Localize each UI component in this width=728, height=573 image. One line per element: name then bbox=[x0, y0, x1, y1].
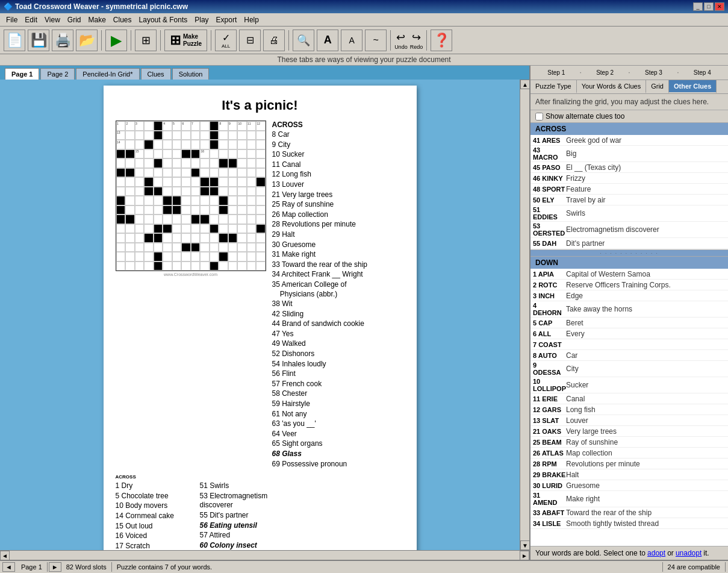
print2-button[interactable]: 🖨 bbox=[263, 30, 285, 51]
down-clue-row-1[interactable]: 1 APIA Capital of Western Samoa bbox=[530, 269, 728, 280]
down-clue-row-7[interactable]: 7 COAST bbox=[530, 339, 728, 350]
puzzle-scrollbar-v[interactable]: ▲ ▼ bbox=[520, 80, 529, 550]
menu-export[interactable]: Export bbox=[213, 14, 241, 25]
tab-penciled-grid[interactable]: Penciled-In Grid* bbox=[76, 68, 139, 80]
menu-grid[interactable]: Grid bbox=[64, 14, 85, 25]
step-1[interactable]: Step 1 bbox=[533, 68, 580, 77]
menu-make[interactable]: Make bbox=[85, 14, 110, 25]
word-slots-info: 82 Word slots bbox=[61, 562, 112, 572]
scroll-right[interactable]: ► bbox=[520, 551, 529, 560]
right-tabs: Puzzle Type Your Words & Clues Grid Othe… bbox=[530, 80, 728, 94]
help-button[interactable]: ❓ bbox=[431, 30, 452, 51]
menu-edit[interactable]: Edit bbox=[21, 14, 41, 25]
show-alt-row: Show alternate clues too bbox=[530, 110, 728, 123]
tab-page2[interactable]: Page 2 bbox=[40, 68, 75, 80]
make-puzzle-button[interactable]: ⊞ MakePuzzle bbox=[164, 30, 207, 51]
down-clues-list: 1 APIA Capital of Western Samoa 2 ROTC R… bbox=[530, 269, 728, 546]
next-page-button[interactable]: ► bbox=[49, 562, 61, 572]
scroll-up[interactable]: ▲ bbox=[520, 80, 529, 89]
across-clue-row-50[interactable]: 50 ELY Travel by air bbox=[530, 195, 728, 205]
down-clue-row-31[interactable]: 31 AMEND Make right bbox=[530, 491, 728, 507]
maximize-button[interactable]: □ bbox=[704, 2, 714, 11]
grid-view-button[interactable]: ⊟ bbox=[239, 30, 261, 51]
tab-grid[interactable]: Grid bbox=[646, 80, 669, 93]
step-4[interactable]: Step 4 bbox=[679, 68, 726, 77]
adopt-link[interactable]: adopt bbox=[647, 549, 665, 557]
zoom-button[interactable]: 🔍 bbox=[293, 30, 314, 51]
tab-your-words[interactable]: Your Words & Clues bbox=[577, 80, 646, 93]
tab-page1[interactable]: Page 1 bbox=[5, 68, 39, 80]
across-clue-row-55[interactable]: 55 DAH Dit's partner bbox=[530, 238, 728, 249]
menu-help[interactable]: Help bbox=[240, 14, 263, 25]
down-clue-row-34[interactable]: 34 LISLE Smooth tightly twisted thread bbox=[530, 518, 728, 529]
tab-puzzle-type[interactable]: Puzzle Type bbox=[530, 80, 577, 93]
across-clue-row-51[interactable]: 51 EDDIES Swirls bbox=[530, 205, 728, 222]
scroll-down[interactable]: ▼ bbox=[520, 540, 529, 550]
window-controls: _ □ ✕ bbox=[693, 2, 724, 11]
show-alt-checkbox[interactable] bbox=[535, 113, 543, 121]
menu-play[interactable]: Play bbox=[191, 14, 212, 25]
puzzle-title: It's a picnic! bbox=[116, 98, 405, 113]
down-clue-row-25[interactable]: 25 BEAM Ray of sunshine bbox=[530, 437, 728, 448]
across-clue-row-43[interactable]: 43 MACRO Big bbox=[530, 146, 728, 162]
down-clue-row-4[interactable]: 4 DEHORN Take away the horns bbox=[530, 301, 728, 318]
across-clue-row-45[interactable]: 45 PASO El __ (Texas city) bbox=[530, 162, 728, 173]
down-clue-row-2[interactable]: 2 ROTC Reserve Officers Training Corps. bbox=[530, 280, 728, 290]
tab-other-clues[interactable]: Other Clues bbox=[669, 80, 717, 93]
across-clue-row-41[interactable]: 41 ARES Greek god of war bbox=[530, 135, 728, 146]
font-wave-button[interactable]: ~ bbox=[365, 30, 387, 51]
close-button[interactable]: ✕ bbox=[715, 2, 724, 11]
font-a-button[interactable]: A bbox=[341, 30, 362, 51]
new-button[interactable]: 📄 bbox=[4, 30, 25, 51]
separator-3 bbox=[160, 30, 161, 51]
font-larger-button[interactable]: A bbox=[317, 30, 338, 51]
across-clue-row-53[interactable]: 53 OERSTED Electromagnetism discoverer bbox=[530, 222, 728, 238]
compatible-info: 24 are compatible bbox=[663, 562, 726, 572]
menu-layout[interactable]: Layout & Fonts bbox=[135, 14, 191, 25]
puzzle-scrollbar-h[interactable]: ◄ ► bbox=[0, 550, 529, 560]
down-clue-row-33[interactable]: 33 ABAFT Toward the rear of the ship bbox=[530, 507, 728, 518]
down-clue-row-10[interactable]: 10 LOLLIPOP Sucker bbox=[530, 377, 728, 393]
down-clue-row-28[interactable]: 28 RPM Revolutions per minute bbox=[530, 459, 728, 469]
down-header: DOWN bbox=[530, 257, 728, 269]
step-3[interactable]: Step 3 bbox=[630, 68, 677, 77]
print-button[interactable]: 🖨️ bbox=[52, 30, 73, 51]
grid-button[interactable]: ⊞ bbox=[135, 30, 157, 51]
open-button[interactable]: 📂 bbox=[76, 30, 98, 51]
toolbar: 📄 💾 🖨️ 📂 ▶ ⊞ ⊞ MakePuzzle ✓ALL ⊟ 🖨 🔍 A A… bbox=[0, 27, 728, 54]
prev-page-button[interactable]: ◄ bbox=[2, 562, 15, 572]
down-clue-row-29[interactable]: 29 BRAKE Halt bbox=[530, 469, 728, 480]
undo-button[interactable]: ↩ Undo bbox=[394, 31, 408, 50]
check-all-button[interactable]: ✓ALL bbox=[215, 30, 237, 51]
across-clue-row-48[interactable]: 48 SPORT Feature bbox=[530, 184, 728, 195]
down-clue-row-8[interactable]: 8 AUTO Car bbox=[530, 350, 728, 361]
clue-list-area: ACROSS 41 ARES Greek god of war 43 MACRO… bbox=[530, 123, 728, 546]
down-clue-row-21[interactable]: 21 OAKS Very large trees bbox=[530, 426, 728, 437]
unadopt-link[interactable]: unadopt bbox=[676, 549, 702, 557]
puzzle-main-area: Page 1 Page 2 Penciled-In Grid* Clues So… bbox=[0, 66, 529, 560]
divider-handle[interactable]: · · · · · · · · · · · · bbox=[530, 249, 728, 257]
save-button[interactable]: 💾 bbox=[28, 30, 49, 51]
tab-solution[interactable]: Solution bbox=[172, 68, 210, 80]
down-clue-row-12[interactable]: 12 GARS Long fish bbox=[530, 404, 728, 415]
window-title: Toad Crossword Weaver - symmetrical picn… bbox=[15, 2, 188, 11]
down-clue-row-26[interactable]: 26 ATLAS Map collection bbox=[530, 448, 728, 459]
step-2[interactable]: Step 2 bbox=[582, 68, 629, 77]
menu-clues[interactable]: Clues bbox=[110, 14, 135, 25]
down-clue-row-13[interactable]: 13 SLAT Louver bbox=[530, 415, 728, 426]
down-clue-row-3[interactable]: 3 INCH Edge bbox=[530, 290, 728, 301]
menu-view[interactable]: View bbox=[41, 14, 64, 25]
down-clue-row-11[interactable]: 11 ERIE Canal bbox=[530, 393, 728, 404]
tab-clues[interactable]: Clues bbox=[141, 68, 171, 80]
separator-2 bbox=[131, 30, 131, 51]
down-clue-row-6[interactable]: 6 ALL Every bbox=[530, 328, 728, 339]
down-clue-row-30[interactable]: 30 LURID Gruesome bbox=[530, 480, 728, 491]
play-button[interactable]: ▶ bbox=[105, 30, 127, 51]
redo-button[interactable]: ↪ Redo bbox=[410, 31, 423, 50]
across-clue-row-46[interactable]: 46 KINKY Frizzy bbox=[530, 173, 728, 184]
scroll-left[interactable]: ◄ bbox=[0, 551, 10, 560]
menu-file[interactable]: File bbox=[2, 14, 21, 25]
minimize-button[interactable]: _ bbox=[693, 2, 703, 11]
down-clue-row-5[interactable]: 5 CAP Beret bbox=[530, 318, 728, 328]
down-clue-row-9[interactable]: 9 ODESSA City bbox=[530, 361, 728, 377]
